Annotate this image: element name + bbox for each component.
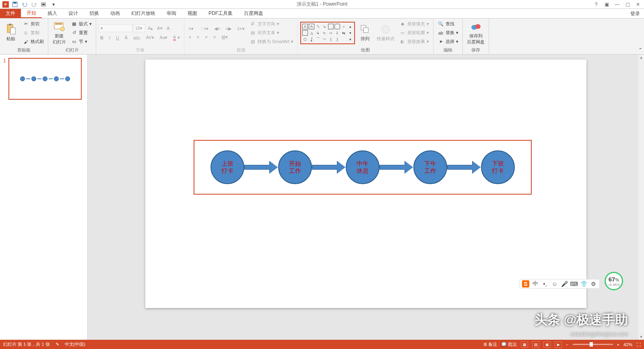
shape-brace-l-icon[interactable]: {	[328, 37, 334, 42]
tab-pdf[interactable]: PDF工具集	[203, 9, 238, 18]
shape-outline-button[interactable]: ▭形状轮廓 ▾	[398, 29, 431, 37]
decrease-font-button[interactable]: A▾	[155, 24, 164, 32]
ime-mic-icon[interactable]: 🎤	[561, 280, 568, 287]
shape-rounded-icon[interactable]	[334, 24, 340, 29]
ime-emoji-icon[interactable]: ☺	[551, 280, 558, 287]
tab-animations[interactable]: 动画	[105, 9, 126, 18]
numbering-button[interactable]: ⋮≡▾	[198, 25, 210, 32]
help-icon[interactable]: ?	[592, 1, 601, 8]
start-from-beginning-icon[interactable]	[40, 1, 47, 8]
shape-brace-r-icon[interactable]: }	[334, 37, 340, 42]
text-direction-button[interactable]: ⇵文字方向 ▾	[248, 20, 295, 28]
shape-arc-icon[interactable]: ⌒	[315, 37, 321, 42]
increase-font-button[interactable]: A▴	[146, 24, 155, 32]
section-button[interactable]: ▭节 ▾	[69, 38, 93, 46]
maximize-icon[interactable]: ▢	[623, 1, 632, 8]
tab-file[interactable]: 文件	[0, 9, 21, 18]
copy-button[interactable]: ⎘复制	[21, 29, 45, 37]
scroll-down-icon[interactable]: ▼	[638, 334, 644, 340]
ime-keyboard-icon[interactable]: ⌨	[570, 280, 578, 287]
flow-node-5[interactable]: 下班 打卡	[481, 150, 515, 184]
new-slide-button[interactable]: 新建 幻灯片	[51, 20, 68, 46]
case-button[interactable]: Aa▾	[158, 34, 169, 41]
flow-arrow-3[interactable]	[380, 162, 413, 172]
format-painter-button[interactable]: 🖌格式刷	[21, 38, 45, 46]
decrease-indent-button[interactable]: ◀≡	[213, 25, 221, 32]
font-color-button[interactable]: A▾	[171, 34, 182, 41]
shape-line-icon[interactable]: ＼	[315, 24, 321, 29]
zoom-out-icon[interactable]: −	[566, 342, 568, 347]
flow-node-2[interactable]: 开始 工作	[278, 150, 312, 184]
ime-settings-icon[interactable]: ⚙	[590, 280, 597, 287]
shape-oval-icon[interactable]: ○	[341, 24, 347, 29]
tab-baidu[interactable]: 百度网盘	[238, 9, 269, 18]
save-icon[interactable]	[11, 1, 19, 8]
reading-view-icon[interactable]: ▣	[543, 341, 551, 348]
flow-arrow-2[interactable]	[312, 162, 346, 172]
slide-canvas[interactable]: 上班 打卡 开始 工作 中午 休息 下午 工作 下班 打卡	[145, 60, 586, 308]
font-size-combo[interactable]: 18 ▾	[133, 24, 145, 32]
cut-button[interactable]: ✂剪切	[21, 20, 45, 28]
tab-review[interactable]: 审阅	[161, 9, 182, 18]
shape-triangle-icon[interactable]: △	[309, 30, 314, 36]
italic-button[interactable]: I	[107, 34, 112, 41]
ime-toolbar[interactable]: S 中 •, ☺ 🎤 ⌨ 👕 ⚙	[519, 279, 600, 289]
gallery-more-icon[interactable]: ▾	[347, 37, 353, 42]
shape-down-arrow-icon[interactable]: ⇩	[334, 30, 340, 36]
quick-styles-button[interactable]: 快速样式	[375, 23, 396, 43]
tab-insert[interactable]: 插入	[42, 9, 63, 18]
redo-icon[interactable]	[31, 1, 38, 8]
tab-home[interactable]: 开始	[21, 9, 42, 18]
shape-curve-icon[interactable]: ∿	[322, 30, 327, 36]
shape-square-icon[interactable]	[302, 30, 308, 36]
sorter-view-icon[interactable]: ▤	[532, 341, 539, 348]
ime-skin-icon[interactable]: 👕	[580, 280, 587, 287]
align-left-button[interactable]: ≡	[187, 34, 192, 41]
scroll-up-icon[interactable]: ▲	[638, 55, 644, 60]
line-spacing-button[interactable]: ‡≡▾	[235, 25, 246, 32]
select-button[interactable]: ➤选择 ▾	[436, 38, 460, 46]
undo-icon[interactable]	[21, 1, 28, 8]
shape-double-icon[interactable]: ⇆	[341, 30, 347, 36]
fit-window-icon[interactable]: ⛶	[636, 342, 641, 347]
notes-button[interactable]: ≣ 备注	[483, 341, 497, 347]
spacing-button[interactable]: AV▾	[144, 34, 156, 41]
ribbon-display-icon[interactable]: ▣	[602, 1, 611, 8]
login-link[interactable]: 登录	[630, 10, 640, 17]
tab-view[interactable]: 视图	[182, 9, 203, 18]
arrange-button[interactable]: 排列	[357, 23, 374, 43]
zoom-thumb[interactable]	[590, 342, 593, 347]
clear-format-button[interactable]: A̶	[165, 24, 171, 32]
slideshow-view-icon[interactable]: ▶	[555, 341, 562, 348]
bold-button[interactable]: B	[99, 34, 105, 41]
language-indicator[interactable]: 中文(中国)	[65, 341, 85, 347]
spell-check-icon[interactable]: ✎	[56, 342, 59, 347]
replace-button[interactable]: ab替换 ▾	[436, 29, 460, 37]
zoom-in-icon[interactable]: +	[617, 342, 619, 347]
layout-button[interactable]: ▦版式 ▾	[69, 20, 93, 28]
slide-thumbnail[interactable]: 1	[3, 58, 84, 100]
reset-button[interactable]: ↺重置	[69, 29, 93, 37]
shapes-gallery[interactable]: A A ＼ ↘ ○ ▴ △ ↳ ∿ ⇨ ⇩ ⇆ ▾ ⬠ ʆ ⌒ 〰 {	[300, 22, 355, 44]
speed-badge[interactable]: 67% ↓6.4K/s	[605, 272, 623, 290]
shadow-button[interactable]: abc	[132, 34, 142, 41]
shape-textbox-icon[interactable]: A	[302, 24, 308, 29]
shape-effects-button[interactable]: ◐形状效果 ▾	[398, 38, 431, 46]
shape-freeform-icon[interactable]: ⬠	[302, 37, 308, 42]
align-center-button[interactable]: ≡	[195, 34, 201, 41]
shape-fill-button[interactable]: ◆形状填充 ▾	[398, 20, 431, 28]
gallery-up-icon[interactable]: ▴	[347, 24, 353, 29]
slide-editor[interactable]: 上班 打卡 开始 工作 中午 休息 下午 工作 下班 打卡 ▲ ▼	[88, 55, 644, 340]
tab-slideshow[interactable]: 幻灯片放映	[126, 9, 161, 18]
comments-button[interactable]: 💬 批注	[501, 341, 517, 347]
normal-view-icon[interactable]: ▦	[521, 341, 528, 348]
flow-node-4[interactable]: 下午 工作	[413, 150, 447, 184]
paste-button[interactable]: 粘贴	[2, 23, 19, 43]
shape-textbox-v-icon[interactable]: A	[309, 24, 314, 29]
flow-arrow-4[interactable]	[447, 162, 481, 172]
tab-transitions[interactable]: 切换	[84, 9, 105, 18]
ime-logo-icon[interactable]: S	[522, 280, 529, 287]
flowchart-selection[interactable]: 上班 打卡 开始 工作 中午 休息 下午 工作 下班 打卡	[194, 140, 532, 195]
underline-button[interactable]: U	[114, 34, 121, 41]
zoom-slider[interactable]	[573, 344, 613, 345]
